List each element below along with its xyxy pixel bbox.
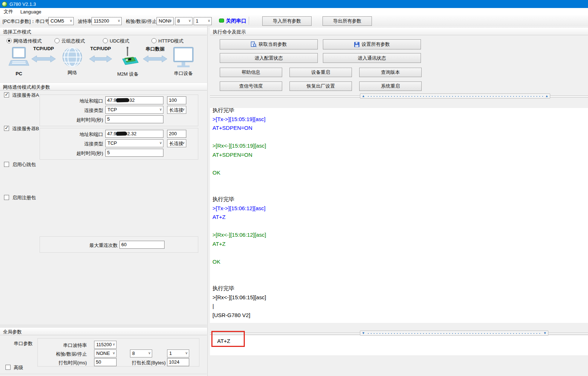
cmd-button-1-1[interactable]: 进入通讯状态: [323, 53, 421, 63]
cmd-button-3-2[interactable]: 系统重启: [359, 81, 422, 91]
server-b-port-input[interactable]: 200: [167, 130, 186, 138]
m2m-device-icon: [117, 47, 139, 70]
work-mode-radio-0[interactable]: 网络透传模式: [7, 38, 42, 44]
diagram-node-network: 网络: [61, 47, 84, 76]
annotation-red-box: [211, 331, 245, 347]
log-line: >[Tx->][15:05:19][asc]: [212, 115, 588, 124]
double-arrow-icon: [89, 55, 112, 63]
toolbar-separator: [249, 17, 249, 25]
server-b-checkbox[interactable]: 连接服务器B: [4, 125, 39, 132]
title-bar: G780 V2.1.3: [0, 0, 588, 8]
reconnect-group: 最大重连次数 60: [40, 236, 198, 253]
log-line: OK: [212, 168, 588, 177]
parity-select[interactable]: NONI: [157, 17, 174, 25]
collapse-splitter-bottom[interactable]: ▼ ▼: [360, 331, 548, 336]
diagram-link-2: TCP/UDP: [89, 46, 112, 63]
type-label: 连接类型: [40, 107, 103, 114]
send-input-area[interactable]: AT+Z: [210, 336, 588, 355]
cmd-button-2-0[interactable]: 帮助信息: [220, 68, 282, 77]
checkbox-icon: [4, 162, 9, 167]
log-line: [212, 248, 588, 257]
log-line: >[Rx<-][15:06:15][asc]: [212, 293, 588, 302]
advanced-checkbox[interactable]: 高级: [5, 364, 23, 371]
server-b-mode-select[interactable]: 长连接: [167, 139, 186, 147]
export-params-button[interactable]: 导出所有参数: [323, 16, 372, 26]
diagram-node-serial-device: 串口设备: [172, 47, 195, 77]
cmd-button-1-0[interactable]: 进入配置状态: [220, 53, 318, 63]
panel-splitter[interactable]: [207, 26, 208, 376]
server-b-type-select[interactable]: TCP: [105, 139, 163, 147]
work-mode-header: 选择工作模式: [0, 27, 207, 35]
work-mode-radio-3[interactable]: HTTPD模式: [151, 38, 183, 44]
pc-serial-label: [PC串口参数]：串口号: [3, 18, 49, 25]
close-port-button[interactable]: 关闭串口: [226, 18, 246, 24]
global-parity-select[interactable]: NONE: [94, 349, 117, 357]
server-b-timeout-input[interactable]: 5: [105, 149, 163, 157]
type-label: 连接类型: [40, 141, 103, 147]
triangle-up-icon: ▲: [545, 95, 548, 98]
stopbits-select[interactable]: 1: [194, 17, 212, 25]
packlen-input[interactable]: 1024: [167, 358, 189, 366]
floppy-icon: [354, 42, 360, 47]
work-mode-radio-2[interactable]: UDC模式: [103, 38, 129, 44]
cmd-button-0-0[interactable]: 获取当前参数: [220, 39, 318, 49]
redaction-mark: [116, 98, 129, 103]
global-baud-select[interactable]: 115200: [94, 341, 117, 349]
cmd-button-0-1[interactable]: 设置所有参数: [323, 39, 421, 49]
server-a-group: 地址和端口 47.932 100 连接类型 TCP 长连接 超时时间(秒) 5: [40, 95, 198, 126]
diagram-link-1: TCP/UDP: [31, 46, 56, 63]
splitter-dots: [367, 333, 542, 334]
log-line: >[Tx->][15:06:12][asc]: [212, 204, 588, 213]
log-line: AT+SDPEN=ON: [212, 124, 588, 133]
server-b-address-input[interactable]: 47.92.32: [105, 130, 163, 138]
heartbeat-checkbox[interactable]: 启用心跳包: [4, 161, 36, 168]
menu-language[interactable]: Language: [17, 9, 45, 15]
panel-bottom-divider: [0, 374, 207, 374]
triangle-down-icon: ▼: [543, 332, 547, 335]
cmd-button-2-1[interactable]: 设备重启: [289, 68, 352, 77]
addr-label: 地址和端口: [40, 98, 103, 104]
global-databits-select[interactable]: 8: [130, 349, 152, 357]
baud-select[interactable]: 115200: [92, 17, 122, 25]
server-b-group: 地址和端口 47.92.32 200 连接类型 TCP 长连接 超时时间(秒) …: [40, 128, 198, 160]
doc-search-icon: [251, 41, 256, 47]
cmd-button-3-0[interactable]: 查信号强度: [220, 81, 282, 91]
log-line: AT+SDPEN=ON: [212, 151, 588, 160]
log-line: >[Rx<-][15:05:19][asc]: [212, 141, 588, 151]
log-line: [212, 222, 588, 231]
databits-select[interactable]: 8: [175, 17, 192, 25]
checkbox-icon: [5, 365, 11, 370]
max-reconnect-input[interactable]: 60: [119, 241, 165, 249]
double-arrow-icon: [143, 55, 167, 63]
menu-file[interactable]: 文件: [0, 8, 17, 15]
global-stopbits-select[interactable]: 1: [167, 349, 189, 357]
register-checkbox[interactable]: 启用注册包: [4, 195, 36, 201]
diagram-node-m2m: M2M 设备: [115, 47, 140, 77]
server-a-checkbox[interactable]: 连接服务器A: [4, 92, 39, 99]
log-line: [212, 186, 588, 195]
log-line: [212, 266, 588, 275]
com-port-select[interactable]: COM5: [48, 17, 74, 25]
section-divider: [0, 325, 207, 327]
log-line: AT+Z: [212, 240, 588, 249]
log-line: 执行完毕: [212, 284, 588, 293]
cmd-button-2-2[interactable]: 查询版本: [359, 68, 422, 77]
timeout-label: 超时时间(秒): [40, 150, 103, 157]
server-a-port-input[interactable]: 100: [167, 96, 186, 104]
server-a-timeout-input[interactable]: 5: [105, 115, 163, 123]
server-a-address-input[interactable]: 47.932: [105, 96, 163, 104]
window-title: G780 V2.1.3: [9, 1, 36, 7]
collapse-splitter-top[interactable]: ▲ ▲: [360, 93, 550, 99]
server-a-mode-select[interactable]: 长连接: [167, 106, 186, 114]
server-a-type-select[interactable]: TCP: [105, 106, 163, 114]
diagram-node-pc: PC: [7, 47, 31, 76]
work-mode-radio-1[interactable]: 云组态模式: [54, 38, 85, 44]
cmd-button-3-1[interactable]: 恢复出厂设置: [289, 81, 352, 91]
log-output[interactable]: 执行完毕>[Tx->][15:05:19][asc]AT+SDPEN=ON >[…: [210, 108, 588, 323]
packtime-input[interactable]: 50: [94, 358, 117, 366]
radio-icon: [103, 38, 108, 43]
import-params-button[interactable]: 导入所有参数: [262, 16, 312, 26]
radio-icon: [7, 38, 12, 43]
global-serial-group: 串口波特率 115200 检验/数据/停止 NONE 8 1 打包时间(ms) …: [37, 338, 199, 367]
checkbox-icon: [4, 126, 9, 131]
